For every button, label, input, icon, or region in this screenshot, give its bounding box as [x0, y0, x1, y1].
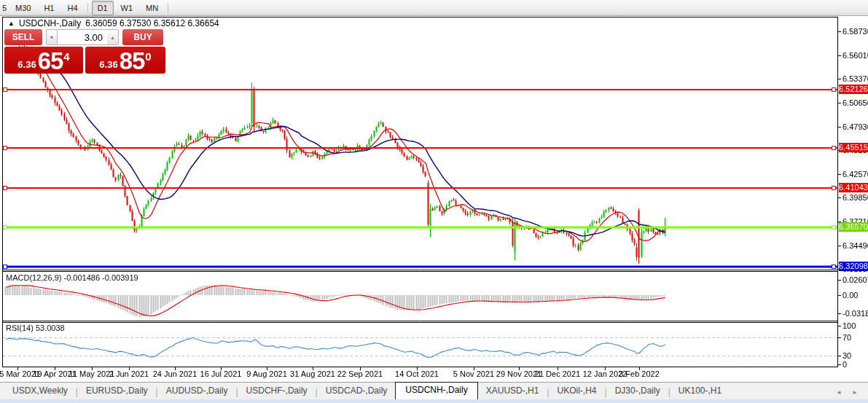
time-axis-label: 3 Feb 2022 — [619, 369, 660, 378]
sell-price-prefix: 6.36 — [17, 59, 36, 70]
timeframe-button-5[interactable]: 5 — [0, 1, 8, 15]
time-axis-label: 14 Oct 2021 — [395, 369, 439, 378]
rsi-axis-tick: 100 — [842, 321, 856, 330]
macd-axis-tick: 0.02607 — [842, 275, 868, 284]
price-axis-tick: 6.58730 — [842, 27, 868, 36]
buy-price-big: 85 — [120, 49, 145, 73]
ohlc-values: 6.36059 6.37530 6.35612 6.36654 — [85, 18, 219, 28]
one-click-trading-panel: SELL ▼ 3.00 ▲ BUY 6.36 65 4 6.36 85 0 — [4, 29, 166, 74]
price-line-badge: 6.52126 — [839, 85, 868, 94]
buy-price-display[interactable]: 6.36 85 0 — [85, 47, 165, 74]
symbol-tab-bar: USDX,Weekly|EURUSD-,Daily|AUDUSD-,Daily|… — [0, 382, 868, 399]
toolbar-separator — [168, 3, 168, 13]
price-line-badge: 6.45515 — [839, 143, 868, 152]
price-axis-tick: 6.39850 — [842, 193, 868, 202]
rsi-axis-tick: 30 — [842, 351, 851, 360]
rsi-axis-tick: 70 — [842, 333, 851, 342]
sell-price-pip: 4 — [63, 50, 69, 63]
chart-tab-ukoil-h4[interactable]: UKOil-,H4 — [550, 383, 605, 399]
chart-tab-usdx-weekly[interactable]: USDX,Weekly — [4, 383, 76, 399]
price-line-badge: 6.36570 — [839, 222, 868, 232]
buy-price-prefix: 6.36 — [99, 59, 117, 70]
time-axis-label: 11 May 2021 — [69, 369, 115, 378]
time-axis-label: 22 Sep 2021 — [337, 369, 383, 378]
price-axis-tick: 6.53370 — [842, 74, 868, 83]
chart-tab-usdcad-daily[interactable]: USDCAD-,Daily — [318, 383, 396, 399]
volume-decrement-icon[interactable]: ▼ — [46, 29, 58, 45]
sell-button[interactable]: SELL — [4, 29, 42, 45]
time-axis-label: 31 Aug 2021 — [290, 369, 335, 378]
timeframe-button-h1[interactable]: H1 — [38, 1, 60, 15]
chart-tab-xauusd-h1[interactable]: XAUUSD-,H1 — [478, 383, 547, 399]
time-axis-label: 9 Aug 2021 — [246, 369, 287, 378]
price-axis-tick: 6.47930 — [842, 122, 868, 131]
chart-tab-audusd-daily[interactable]: AUDUSD-,Daily — [158, 383, 236, 399]
volume-input[interactable]: 3.00 — [58, 29, 107, 45]
price-line-badge: 6.41043 — [839, 183, 868, 192]
price-axis-tick: 6.56010 — [842, 51, 868, 60]
price-axis-tick: 6.34490 — [842, 241, 868, 250]
timeframe-button-h4[interactable]: H4 — [61, 1, 83, 15]
timeframe-button-w1[interactable]: W1 — [115, 1, 139, 15]
macd-axis-tick: 0.00 — [842, 291, 858, 300]
panel-collapse-icon[interactable]: ▲ — [8, 20, 15, 27]
rsi-indicator-label: RSI(14) 53.0038 — [6, 324, 65, 332]
tab-scroll-icons[interactable]: ◄ ► — [836, 389, 862, 396]
price-axis-tick: 6.42570 — [842, 170, 868, 179]
chart-tab-usdcnh-daily[interactable]: USDCNH-,Daily — [395, 382, 477, 399]
chart-tab-dj30-daily[interactable]: DJ30-,Daily — [607, 383, 668, 399]
time-axis-label: 24 Jun 2021 — [153, 369, 198, 378]
buy-button[interactable]: BUY — [122, 29, 163, 45]
price-line-badge: 6.32098 — [839, 262, 868, 271]
macd-indicator-label: MACD(12,26,9) -0.001486 -0.003919 — [6, 273, 138, 282]
buy-price-pip: 0 — [145, 50, 151, 63]
time-axis-label: 5 Nov 2021 — [453, 369, 494, 378]
sell-price-big: 65 — [38, 49, 63, 73]
chart-title: ▲ USDCNH-,Daily 6.36059 6.37530 6.35612 … — [8, 18, 219, 28]
price-axis-tick: 6.50650 — [842, 98, 868, 107]
toolbar-separator — [87, 3, 88, 13]
time-axis-label: 21 Dec 2021 — [535, 369, 580, 378]
window-bottom-strip — [0, 399, 868, 403]
timeframe-button-d1[interactable]: D1 — [92, 1, 114, 15]
mt4-chart-window: 5M30H1H4D1W1MN ▲ USDCNH-,Daily 6.36059 6… — [0, 0, 868, 403]
volume-increment-icon[interactable]: ▲ — [107, 29, 119, 45]
symbol-period-label: USDCNH-,Daily — [19, 18, 81, 28]
timeframe-button-mn[interactable]: MN — [140, 1, 164, 15]
timeframe-button-m30[interactable]: M30 — [9, 1, 36, 15]
chart-tab-uk100-h1[interactable]: UK100-,H1 — [670, 383, 730, 399]
macd-axis-tick: -0.031872 — [842, 309, 868, 318]
chart-tab-usdchf-daily[interactable]: USDCHF-,Daily — [238, 383, 316, 399]
sell-price-display[interactable]: 6.36 65 4 — [4, 47, 83, 74]
time-axis-label: 2 Jun 2021 — [109, 369, 149, 378]
chart-tab-eurusd-daily[interactable]: EURUSD-,Daily — [78, 383, 156, 399]
timeframe-toolbar: 5M30H1H4D1W1MN — [0, 0, 868, 16]
time-axis-label: 16 Jul 2021 — [200, 369, 242, 378]
rsi-axis-tick: 0 — [842, 360, 847, 369]
